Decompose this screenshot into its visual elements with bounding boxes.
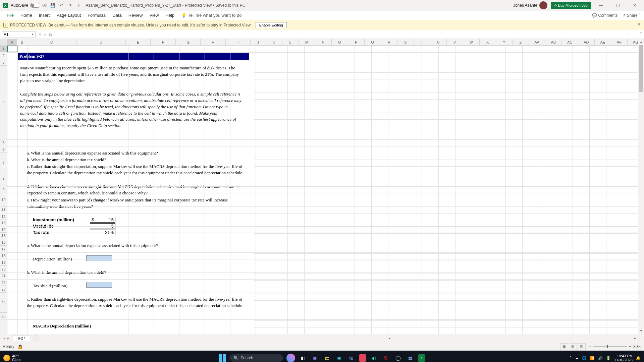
zoom-slider[interactable]	[593, 346, 627, 347]
enable-editing-button[interactable]: Enable Editing	[256, 22, 287, 28]
row-header-3[interactable]: 3	[0, 59, 7, 66]
onedrive-icon[interactable]: ☁	[575, 356, 579, 360]
scroll-left-icon[interactable]: ◂	[386, 337, 392, 340]
copilot-icon[interactable]	[286, 354, 295, 362]
name-box[interactable]: A1 ▼	[2, 31, 36, 38]
chevron-down-icon[interactable]: ▼	[31, 33, 34, 36]
page-break-view-button[interactable]: ▥	[578, 343, 586, 350]
col-header-F[interactable]: F	[151, 39, 176, 45]
ribbon-tab-page-layout[interactable]: Page Layout	[53, 11, 84, 20]
row-header-18[interactable]: 18	[0, 252, 7, 259]
ribbon-tab-view[interactable]: View	[146, 11, 162, 20]
app-icon-1[interactable]	[359, 354, 366, 362]
formula-bar[interactable]	[54, 31, 638, 38]
sheet-tab-active[interactable]: 9-27	[13, 335, 30, 341]
col-header-I[interactable]: I	[226, 39, 251, 45]
restore-button[interactable]: ▢	[611, 1, 625, 10]
col-header-T[interactable]: T	[414, 39, 430, 45]
task-view-icon[interactable]: ◧	[299, 354, 307, 362]
vertical-scrollbar[interactable]: ▲ ▼	[638, 39, 644, 334]
row-header-25[interactable]: 25	[0, 313, 7, 319]
col-header-N[interactable]: N	[315, 39, 332, 45]
col-header-H[interactable]: H	[201, 39, 226, 45]
save-icon[interactable]: 💾	[50, 3, 55, 8]
user-account[interactable]: Jones Asante	[513, 1, 547, 9]
start-button[interactable]	[219, 354, 226, 362]
zoom-out-button[interactable]: −	[589, 344, 591, 349]
next-sheet-icon[interactable]: ▸	[7, 336, 9, 341]
ribbon-tab-home[interactable]: Home	[17, 11, 36, 20]
col-header-Y[interactable]: Y	[496, 39, 513, 45]
col-header-J[interactable]: J	[251, 39, 266, 45]
col-header-AF[interactable]: AF	[611, 39, 628, 45]
row-header-8[interactable]: 8	[0, 173, 7, 186]
notifications-icon[interactable]: 🔔	[636, 356, 641, 360]
row-header-21[interactable]: 21	[0, 273, 7, 279]
col-header-Z[interactable]: Z	[513, 39, 529, 45]
file-explorer-icon[interactable]: 🗀	[323, 354, 331, 362]
expand-formula-bar-icon[interactable]: ˅	[638, 32, 644, 37]
ribbon-tab-file[interactable]: File	[3, 11, 17, 20]
row-header-19[interactable]: 19	[0, 259, 7, 266]
accessibility-icon[interactable]: 🙇	[18, 344, 23, 349]
row-header-1[interactable]: 1	[0, 46, 7, 52]
accept-formula-icon[interactable]: ✓	[44, 32, 47, 37]
qat-customize-icon[interactable]: ⇩	[76, 3, 82, 8]
row-header-6[interactable]: 6	[0, 146, 7, 153]
row-header-16[interactable]: 16	[0, 239, 7, 246]
row-header-5[interactable]: 5	[0, 139, 7, 146]
chrome-icon[interactable]: ◯	[394, 354, 402, 362]
row-header-17[interactable]: 17	[0, 246, 7, 252]
row-header-11[interactable]: 11	[0, 206, 7, 213]
undo-icon[interactable]: ↶	[59, 3, 64, 8]
ribbon-tab-review[interactable]: Review	[125, 11, 146, 20]
clock[interactable]: 10:43 PM 11/16/2023	[614, 354, 633, 362]
row-header-2[interactable]: 2	[0, 52, 7, 59]
row-header-10[interactable]: 10	[0, 193, 7, 206]
scroll-down-icon[interactable]: ▼	[638, 328, 644, 334]
row-header-12[interactable]: 12	[0, 213, 7, 220]
chat-icon[interactable]: ▣	[311, 354, 319, 362]
store-icon[interactable]: 🛍	[347, 354, 356, 362]
col-header-AC[interactable]: AC	[562, 39, 578, 45]
col-header-A[interactable]: A	[7, 39, 17, 45]
autosave-switch[interactable]	[30, 3, 40, 8]
ribbon-tab-data[interactable]: Data	[109, 11, 125, 20]
col-header-R[interactable]: R	[381, 39, 397, 45]
row-header-24[interactable]: 24	[0, 293, 7, 313]
prev-sheet-icon[interactable]: ◂	[3, 336, 5, 341]
normal-view-button[interactable]: ▦	[560, 343, 568, 350]
row-header-4[interactable]: 4	[0, 66, 7, 139]
col-header-D[interactable]: D	[76, 39, 126, 45]
col-header-X[interactable]: X	[480, 39, 496, 45]
minimize-button[interactable]: —	[594, 1, 608, 10]
tell-me-search[interactable]: 💡 Tell me what you want to do	[181, 13, 241, 18]
comments-button[interactable]: 💬 Comments	[592, 13, 618, 18]
col-header-L[interactable]: L	[282, 39, 299, 45]
col-header-G[interactable]: G	[176, 39, 201, 45]
close-protected-bar-icon[interactable]: ✕	[637, 22, 641, 27]
row-header-7[interactable]: 7	[0, 153, 7, 173]
tax-shield-input-cell[interactable]	[87, 282, 112, 288]
row-header-23[interactable]: 23	[0, 286, 7, 293]
redo-icon[interactable]: ↷	[67, 3, 73, 8]
zoom-level[interactable]: 80%	[633, 344, 641, 349]
language-icon[interactable]: 🌐	[582, 356, 587, 360]
battery-icon[interactable]: 🔋	[606, 356, 611, 360]
col-header-C[interactable]: C	[27, 39, 76, 45]
col-header-Q[interactable]: Q	[365, 39, 381, 45]
ribbon-tab-formulas[interactable]: Formulas	[84, 11, 109, 20]
edge-icon[interactable]: ◉	[335, 354, 343, 362]
col-header-W[interactable]: W	[463, 39, 480, 45]
ribbon-tab-help[interactable]: Help	[162, 11, 178, 20]
sheet-content[interactable]: Problem 9-27 Markov Manufacturing recent…	[7, 46, 644, 334]
fx-icon[interactable]: fx	[49, 32, 52, 37]
col-header-P[interactable]: P	[348, 39, 365, 45]
taskbar-search[interactable]: 🔍Search	[229, 354, 283, 362]
row-header-9[interactable]: 9	[0, 186, 7, 193]
col-header-E[interactable]: E	[126, 39, 151, 45]
row-header-14[interactable]: 14	[0, 226, 7, 233]
row-header-15[interactable]: 15	[0, 233, 7, 239]
volume-icon[interactable]: 🔊	[598, 356, 603, 360]
row-header-20[interactable]: 20	[0, 266, 7, 273]
